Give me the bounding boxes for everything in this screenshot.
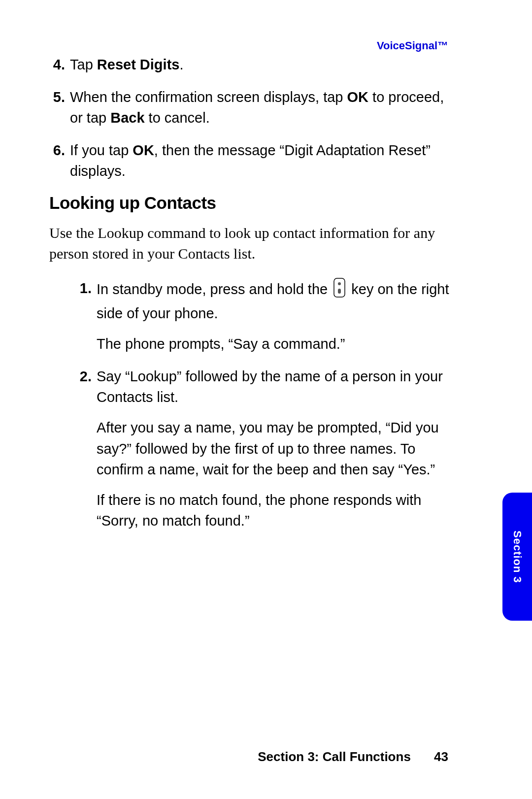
section-tab-label: Section 3 <box>511 531 524 583</box>
step-line1: Say “Lookup” followed by the name of a p… <box>97 368 443 405</box>
step-text-post: . <box>179 57 183 72</box>
step-number: 2. <box>76 366 97 531</box>
voice-key-icon <box>333 278 345 303</box>
substep-2: 2. Say “Lookup” followed by the name of … <box>76 366 453 531</box>
step-text-a: In standby mode, press and hold the <box>97 281 332 297</box>
step-6: 6. If you tap OK, then the message “Digi… <box>49 140 453 181</box>
step-number: 5. <box>49 87 70 128</box>
svg-rect-2 <box>338 289 341 294</box>
step-body: In standby mode, press and hold the key … <box>97 278 453 354</box>
step-line2: After you say a name, you may be prompte… <box>97 417 453 479</box>
svg-rect-0 <box>334 278 345 297</box>
footer-section: Section 3: Call Functions <box>258 749 411 764</box>
step-number: 4. <box>49 54 70 75</box>
step-number: 6. <box>49 140 70 181</box>
step-body: When the confirmation screen displays, t… <box>70 87 453 128</box>
substep-1: 1. In standby mode, press and hold the k… <box>76 278 453 354</box>
section-heading: Looking up Contacts <box>49 193 453 213</box>
svg-point-1 <box>338 282 341 285</box>
footer-page-number: 43 <box>434 749 448 764</box>
step-text-bold: Reset Digits <box>97 57 180 72</box>
step-4: 4. Tap Reset Digits. <box>49 54 453 75</box>
step-5: 5. When the confirmation screen displays… <box>49 87 453 128</box>
page-content: 4. Tap Reset Digits. 5. When the confirm… <box>49 54 453 543</box>
page-footer: Section 3: Call Functions 43 <box>258 749 448 765</box>
top-steps-list: 4. Tap Reset Digits. 5. When the confirm… <box>49 54 453 181</box>
step-body: If you tap OK, then the message “Digit A… <box>70 140 453 181</box>
step-text-pre: Tap <box>70 57 97 72</box>
sub-steps-list: 1. In standby mode, press and hold the k… <box>76 278 453 531</box>
section-tab: Section 3 <box>502 493 532 621</box>
step-number: 1. <box>76 278 97 354</box>
step-prompt-text: The phone prompts, “Say a command.” <box>97 333 453 354</box>
step-line3: If there is no match found, the phone re… <box>97 490 453 531</box>
header-chapter-link: VoiceSignal™ <box>377 39 448 52</box>
step-body: Say “Lookup” followed by the name of a p… <box>97 366 453 531</box>
section-intro: Use the Lookup command to look up contac… <box>49 223 453 264</box>
step-body: Tap Reset Digits. <box>70 54 453 75</box>
